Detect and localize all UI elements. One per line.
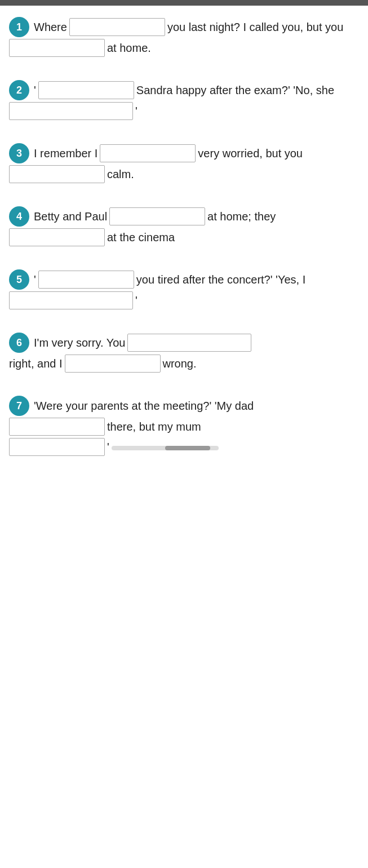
question-5-line-1: ' [9,291,359,310]
question-1-line-1: at home. [9,38,359,57]
fill-input-q6a[interactable] [127,334,251,352]
fill-input-q4b[interactable] [9,228,105,246]
question-3-text-1-1: calm. [107,165,134,184]
question-6-text-1-0: right, and I [9,354,63,373]
question-6-text-0-0: I'm very sorry. You [34,333,125,352]
scrollbar-thumb[interactable] [165,446,210,450]
question-block-4: 4Betty and Paulat home; theyat the cinem… [0,195,368,253]
question-3-text-0-2: very worried, but you [198,144,303,163]
top-bar [0,0,368,6]
question-4-text-0-0: Betty and Paul [34,207,107,226]
question-7-text-2-1: ' [107,437,109,457]
question-1-text-0-2: you last night? I called you, but you [167,17,343,37]
question-block-5: 5'you tired after the concert?' 'Yes, I' [0,258,368,316]
fill-input-q6b[interactable] [65,355,161,373]
fill-input-q3b[interactable] [9,165,105,183]
question-2-text-1-1: ' [135,101,138,121]
fill-input-q7b[interactable] [9,438,105,456]
question-block-7: 7'Were your parents at the meeting?' 'My… [0,384,368,462]
question-7-text-1-1: there, but my mum [107,417,201,436]
fill-input-q1b[interactable] [9,39,105,57]
question-badge-2: 2 [9,80,29,100]
question-1-line-0: 1Whereyou last night? I called you, but … [9,17,359,37]
question-2-line-1: ' [9,101,359,121]
question-2-line-0: 2'Sandra happy after the exam?' 'No, she [9,80,359,100]
question-6-text-1-2: wrong. [163,354,197,373]
fill-input-q4a[interactable] [109,207,205,225]
question-6-line-0: 6I'm very sorry. You [9,333,359,353]
question-badge-4: 4 [9,206,29,227]
question-block-3: 3I remember Ivery worried, but youcalm. [0,132,368,189]
question-6-line-1: right, and Iwrong. [9,354,359,373]
fill-input-q5a[interactable] [38,271,134,289]
scrollbar-track[interactable] [112,446,219,450]
question-3-line-0: 3I remember Ivery worried, but you [9,143,359,163]
question-badge-5: 5 [9,269,29,290]
question-7-text-0-0: 'Were your parents at the meeting?' 'My … [34,396,254,415]
question-3-text-0-0: I remember I [34,144,97,163]
question-5-text-1-1: ' [135,291,138,310]
question-badge-3: 3 [9,143,29,163]
question-block-6: 6I'm very sorry. Youright, and Iwrong. [0,321,368,379]
fill-input-q2a[interactable] [38,81,134,99]
fill-input-q3a[interactable] [100,144,196,162]
question-4-line-0: 4Betty and Paulat home; they [9,206,359,227]
questions-container: 1Whereyou last night? I called you, but … [0,6,368,462]
question-5-text-0-2: you tired after the concert?' 'Yes, I [136,270,305,289]
fill-input-q1a[interactable] [69,18,165,36]
fill-input-q7a[interactable] [9,418,105,436]
question-3-line-1: calm. [9,165,359,184]
question-badge-7: 7 [9,396,29,416]
question-1-text-0-0: Where [34,17,67,37]
question-5-line-0: 5'you tired after the concert?' 'Yes, I [9,269,359,290]
question-block-2: 2'Sandra happy after the exam?' 'No, she… [0,69,368,126]
fill-input-q5b[interactable] [9,291,133,309]
question-badge-1: 1 [9,17,29,37]
question-2-text-0-2: Sandra happy after the exam?' 'No, she [136,81,334,100]
question-block-1: 1Whereyou last night? I called you, but … [0,6,368,63]
question-5-text-0-0: ' [34,270,36,289]
question-7-line-2: ' [9,437,359,457]
question-badge-6: 6 [9,333,29,353]
question-4-text-0-2: at home; they [207,207,276,226]
question-2-text-0-0: ' [34,81,36,100]
question-7-line-1: there, but my mum [9,417,359,436]
question-1-text-1-1: at home. [107,38,151,57]
question-4-line-1: at the cinema [9,228,359,247]
question-4-text-1-1: at the cinema [107,228,175,247]
fill-input-q2b[interactable] [9,102,133,120]
question-7-line-0: 7'Were your parents at the meeting?' 'My… [9,396,359,416]
